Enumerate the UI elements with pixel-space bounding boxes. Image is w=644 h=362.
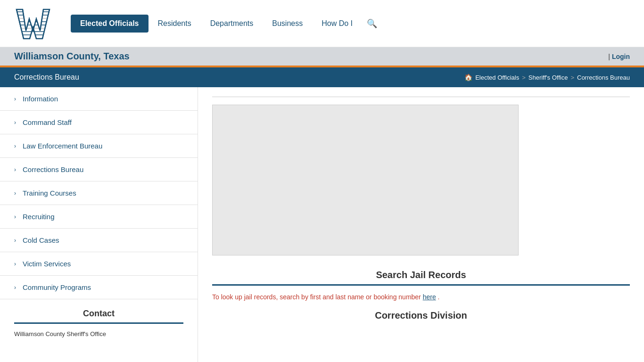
sidebar-item-command-staff[interactable]: › Command Staff: [0, 111, 198, 134]
corrections-division-section: Corrections Division: [212, 310, 630, 321]
content-divider: [212, 97, 630, 97]
sidebar: › Information › Command Staff › Law Enfo…: [0, 87, 198, 362]
sidebar-label-training-courses: Training Courses: [23, 189, 76, 197]
sidebar-item-cold-cases[interactable]: › Cold Cases: [0, 229, 198, 252]
sidebar-item-corrections-bureau[interactable]: › Corrections Bureau: [0, 158, 198, 181]
chevron-icon: ›: [14, 166, 16, 173]
main-nav: Elected Officials Residents Departments …: [71, 15, 630, 33]
sidebar-item-recruiting[interactable]: › Recruiting: [0, 205, 198, 229]
site-logo: [14, 5, 52, 42]
jail-section-title: Search Jail Records: [212, 270, 630, 286]
login-separator: |: [608, 53, 610, 60]
sidebar-label-cold-cases: Cold Cases: [23, 236, 59, 244]
breadcrumb-sheriffs-office[interactable]: Sheriff's Office: [528, 74, 568, 81]
nav-residents[interactable]: Residents: [149, 15, 201, 33]
sidebar-label-law-enforcement: Law Enforcement Bureau: [23, 142, 102, 150]
contact-org-name: Williamson County Sheriff's Office: [14, 329, 183, 339]
home-icon: 🏠: [464, 74, 472, 81]
nav-business[interactable]: Business: [263, 15, 312, 33]
nav-elected-officials[interactable]: Elected Officials: [71, 15, 149, 33]
breadcrumb-current: Corrections Bureau: [577, 74, 630, 81]
chevron-icon: ›: [14, 237, 16, 244]
county-bar: Williamson County, Texas | Login: [0, 47, 644, 67]
sidebar-label-information: Information: [23, 95, 58, 103]
breadcrumb-elected-officials[interactable]: Elected Officials: [475, 74, 519, 81]
sidebar-contact: Contact Williamson County Sheriff's Offi…: [0, 299, 198, 344]
breadcrumb-sep-2: >: [570, 74, 574, 81]
chevron-icon: ›: [14, 190, 16, 197]
jail-search-description: To look up jail records, search by first…: [212, 293, 630, 301]
breadcrumb-bar: Corrections Bureau 🏠 Elected Officials >…: [0, 67, 644, 87]
search-icon[interactable]: 🔍: [367, 18, 377, 29]
chevron-icon: ›: [14, 96, 16, 102]
chevron-icon: ›: [14, 119, 16, 126]
nav-departments[interactable]: Departments: [201, 15, 263, 33]
chevron-icon: ›: [14, 261, 16, 267]
breadcrumb-sep-1: >: [522, 74, 526, 81]
content-area: Search Jail Records To look up jail reco…: [198, 87, 644, 362]
logo-area: [14, 5, 52, 42]
svg-marker-10: [17, 9, 50, 39]
sidebar-label-victim-services: Victim Services: [23, 260, 71, 268]
sidebar-item-training-courses[interactable]: › Training Courses: [0, 181, 198, 205]
contact-title: Contact: [14, 309, 183, 324]
sidebar-label-community-programs: Community Programs: [23, 283, 91, 291]
login-link[interactable]: Login: [612, 53, 630, 60]
content-image-placeholder: [212, 105, 519, 255]
sidebar-label-command-staff: Command Staff: [23, 118, 72, 126]
chevron-icon: ›: [14, 143, 16, 149]
jail-records-here-link[interactable]: here: [423, 293, 436, 301]
sidebar-item-law-enforcement[interactable]: › Law Enforcement Bureau: [0, 134, 198, 158]
chevron-icon: ›: [14, 284, 16, 291]
sidebar-item-victim-services[interactable]: › Victim Services: [0, 252, 198, 276]
page-title: Corrections Bureau: [14, 73, 79, 82]
login-area: | Login: [608, 53, 630, 60]
county-name: Williamson County, Texas: [14, 51, 130, 62]
main-content: › Information › Command Staff › Law Enfo…: [0, 87, 644, 362]
svg-marker-0: [17, 9, 50, 39]
sidebar-label-corrections-bureau: Corrections Bureau: [23, 165, 83, 173]
sidebar-label-recruiting: Recruiting: [23, 213, 55, 221]
nav-how-do-i[interactable]: How Do I: [312, 15, 362, 33]
chevron-icon: ›: [14, 214, 16, 220]
breadcrumb: 🏠 Elected Officials > Sheriff's Office >…: [464, 74, 630, 81]
sidebar-item-information[interactable]: › Information: [0, 87, 198, 111]
site-header: Elected Officials Residents Departments …: [0, 0, 644, 47]
search-jail-section: Search Jail Records To look up jail reco…: [212, 270, 630, 301]
svg-marker-1: [17, 9, 50, 39]
corrections-division-title: Corrections Division: [212, 310, 630, 321]
sidebar-item-community-programs[interactable]: › Community Programs: [0, 276, 198, 299]
